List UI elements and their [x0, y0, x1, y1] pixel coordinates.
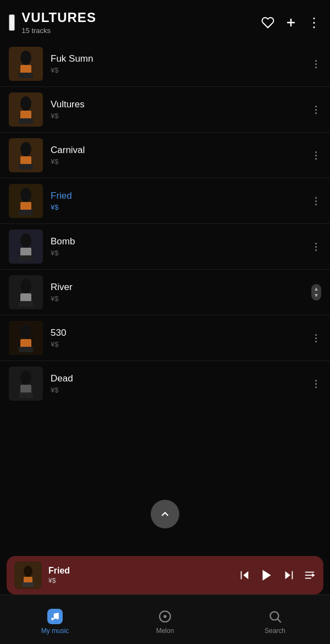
svg-marker-38 — [243, 571, 248, 580]
track-item[interactable]: Bomb ¥$ — [0, 224, 330, 270]
header-title-block: VULTURES 15 tracks — [21, 10, 261, 35]
nav-item-my-music[interactable]: My music — [0, 604, 110, 635]
svg-rect-25 — [19, 301, 33, 307]
header: ‹ VULTURES 15 tracks ⋮ — [0, 0, 330, 41]
svg-point-49 — [163, 615, 166, 618]
heart-button[interactable] — [261, 16, 274, 29]
track-item[interactable]: Fuk Sumn ¥$ — [0, 41, 330, 87]
track-info: Fried ¥$ — [51, 190, 311, 211]
track-artist: ¥$ — [51, 249, 311, 257]
track-info: Carnival ¥$ — [51, 145, 311, 166]
playback-controls — [239, 568, 316, 582]
scroll-to-top-button[interactable] — [151, 500, 179, 528]
melon-label: Melon — [156, 627, 174, 635]
svg-rect-13 — [19, 164, 33, 170]
track-name: River — [51, 282, 311, 293]
track-thumbnail — [9, 184, 43, 218]
track-artist: ¥$ — [51, 294, 311, 303]
svg-point-7 — [20, 96, 31, 111]
queue-button[interactable] — [304, 569, 316, 581]
track-artist: ¥$ — [51, 112, 311, 120]
next-button[interactable] — [283, 569, 295, 581]
track-item[interactable]: Carnival ¥$ — [0, 133, 330, 178]
svg-line-51 — [278, 619, 281, 623]
bottom-navigation: My music Melon Search — [0, 594, 330, 644]
track-more-button[interactable] — [311, 147, 321, 164]
svg-point-27 — [20, 325, 31, 339]
svg-point-11 — [20, 142, 31, 156]
svg-rect-9 — [19, 118, 33, 124]
track-thumbnail — [9, 275, 43, 309]
melon-icon — [157, 609, 173, 624]
track-thumbnail — [9, 47, 43, 81]
my-music-label: My music — [41, 627, 69, 635]
track-artist: ¥$ — [51, 386, 311, 394]
track-info: Bomb ¥$ — [51, 236, 311, 257]
previous-button[interactable] — [239, 569, 251, 581]
track-item[interactable]: 530 ¥$ — [0, 315, 330, 361]
svg-marker-40 — [262, 570, 271, 581]
search-icon — [267, 609, 283, 624]
album-title: VULTURES — [21, 10, 261, 25]
track-artist: ¥$ — [51, 203, 311, 211]
back-button[interactable]: ‹ — [9, 14, 15, 31]
svg-point-47 — [56, 617, 59, 620]
track-name: Vultures — [51, 99, 311, 110]
track-more-button[interactable] — [311, 193, 321, 210]
track-name: Dead — [51, 373, 311, 384]
track-artist: ¥$ — [51, 340, 311, 348]
track-thumbnail — [9, 367, 43, 401]
track-artist: ¥$ — [51, 66, 311, 74]
svg-rect-37 — [23, 582, 34, 587]
track-item[interactable]: River ¥$ ▲ ▼ — [0, 270, 330, 315]
svg-rect-5 — [19, 73, 33, 78]
track-thumbnail — [9, 230, 43, 264]
svg-rect-21 — [19, 255, 33, 261]
svg-marker-41 — [285, 571, 290, 580]
track-more-button[interactable] — [311, 238, 321, 255]
more-options-button[interactable]: ⋮ — [307, 15, 321, 30]
now-playing-artist: ¥$ — [48, 577, 239, 585]
track-item[interactable]: Vultures ¥$ — [0, 87, 330, 133]
now-playing-info: Fried ¥$ — [48, 566, 239, 585]
track-name: Bomb — [51, 236, 311, 247]
track-info: Fuk Sumn ¥$ — [51, 53, 311, 74]
svg-rect-33 — [19, 392, 33, 398]
track-more-button[interactable] — [311, 56, 321, 73]
svg-point-35 — [24, 566, 32, 577]
scroll-indicator: ▲ ▼ — [311, 284, 321, 301]
track-list: Fuk Sumn ¥$ Vultures ¥$ — [0, 41, 330, 542]
track-item[interactable]: Fried ¥$ — [0, 178, 330, 224]
header-actions: ⋮ — [261, 15, 321, 30]
svg-point-46 — [51, 618, 54, 620]
track-more-button[interactable] — [311, 101, 321, 118]
svg-rect-29 — [19, 347, 33, 352]
track-thumbnail — [9, 138, 43, 172]
svg-rect-17 — [19, 210, 33, 215]
add-button[interactable] — [284, 16, 298, 29]
nav-item-melon[interactable]: Melon — [110, 604, 220, 635]
svg-point-3 — [20, 51, 31, 65]
play-pause-button[interactable] — [260, 568, 274, 582]
track-info: River ¥$ — [51, 282, 311, 303]
now-playing-title: Fried — [48, 566, 239, 576]
track-info: Dead ¥$ — [51, 373, 311, 394]
svg-point-31 — [20, 370, 31, 385]
track-info: Vultures ¥$ — [51, 99, 311, 120]
track-name: 530 — [51, 328, 311, 339]
track-name: Fuk Sumn — [51, 53, 311, 64]
track-thumbnail — [9, 321, 43, 355]
nav-item-search[interactable]: Search — [220, 604, 330, 635]
track-item[interactable]: Dead ¥$ — [0, 361, 330, 406]
svg-point-15 — [20, 188, 31, 202]
svg-point-23 — [20, 279, 31, 293]
track-artist: ¥$ — [51, 157, 311, 166]
track-thumbnail — [9, 92, 43, 127]
search-label: Search — [265, 627, 285, 635]
track-more-button[interactable] — [311, 375, 321, 392]
track-count: 15 tracks — [21, 26, 261, 35]
track-more-button[interactable] — [311, 330, 321, 347]
track-name: Fried — [51, 190, 311, 201]
now-playing-thumbnail — [14, 561, 42, 589]
svg-point-50 — [270, 612, 278, 620]
